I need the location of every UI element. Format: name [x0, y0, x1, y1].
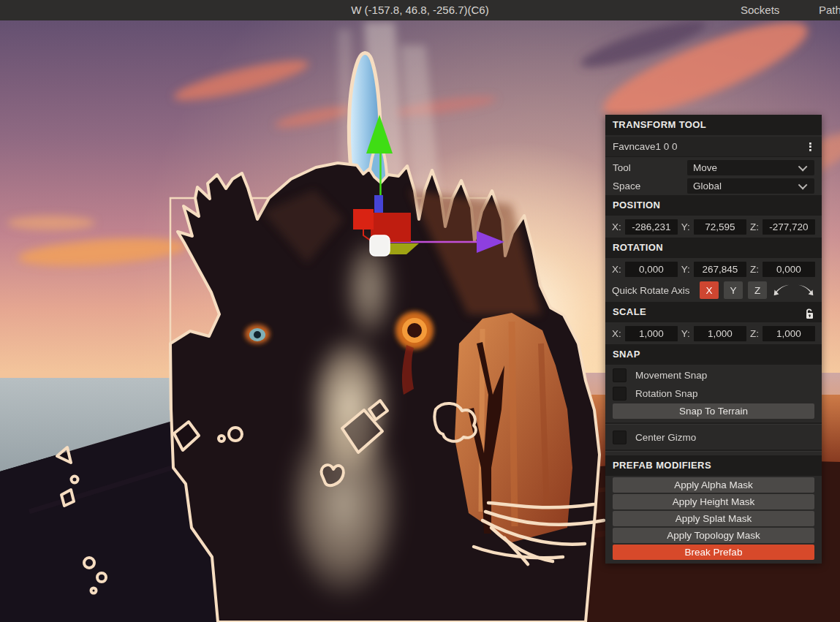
y-axis-label: Y:: [681, 328, 690, 339]
tool-row: Tool Move: [605, 159, 822, 176]
scale-header-label: SCALE: [613, 306, 646, 317]
snap-header: SNAP: [605, 344, 822, 365]
z-axis-label: Z:: [750, 328, 759, 339]
scale-z-field[interactable]: 1,000: [763, 326, 815, 341]
movement-snap-checkbox[interactable]: [613, 368, 627, 382]
quick-rotate-row: Quick Rotate Axis X Y Z: [605, 280, 822, 300]
editor-window: W (-157.8, 46.8, -256.7)(C6) Sockets Pat…: [0, 0, 840, 622]
divider: [605, 450, 822, 452]
center-gizmo-label: Center Gizmo: [635, 432, 696, 443]
lock-open-icon[interactable]: [804, 306, 815, 327]
quick-rotate-y-button[interactable]: Y: [724, 281, 743, 299]
selected-object-row: Favncave1 0 0 ⋮: [605, 137, 822, 157]
apply-splat-mask-button[interactable]: Apply Splat Mask: [613, 511, 814, 526]
rotate-clockwise-icon[interactable]: [796, 283, 815, 297]
center-gizmo-row: Center Gizmo: [605, 428, 822, 446]
scale-fields: X: 1,000 Y: 1,000 Z: 1,000: [605, 324, 822, 344]
top-bar: W (-157.8, 46.8, -256.7)(C6) Sockets Pat…: [0, 0, 840, 20]
rotation-snap-label: Rotation Snap: [635, 388, 698, 399]
world-coordinates-title: W (-157.8, 46.8, -256.7)(C6): [0, 0, 840, 20]
movement-snap-row: Movement Snap: [605, 366, 822, 384]
scale-x-field[interactable]: 1,000: [625, 326, 678, 341]
apply-height-mask-button[interactable]: Apply Height Mask: [613, 494, 814, 509]
space-row: Space Global: [605, 177, 822, 194]
break-prefab-button[interactable]: Break Prefab: [613, 545, 814, 560]
position-z-field[interactable]: -277,720: [763, 219, 815, 235]
gizmo-center-handle[interactable]: [370, 235, 390, 256]
quick-rotate-label: Quick Rotate Axis: [612, 285, 695, 296]
rotation-z-field[interactable]: 0,000: [763, 262, 815, 277]
tool-label: Tool: [613, 162, 687, 173]
y-axis-label: Y:: [681, 264, 690, 275]
position-header: POSITION: [605, 195, 822, 216]
prefab-modifiers-header: PREFAB MODIFIERS: [605, 455, 822, 476]
apply-topology-mask-button[interactable]: Apply Topology Mask: [613, 528, 814, 543]
movement-snap-label: Movement Snap: [635, 370, 707, 381]
panel-title: TRANSFORM TOOL: [605, 115, 822, 135]
apply-alpha-mask-button[interactable]: Apply Alpha Mask: [613, 477, 814, 493]
selected-object-name: Favncave1 0 0: [613, 137, 678, 156]
kebab-menu-icon[interactable]: ⋮: [805, 141, 816, 152]
position-y-field[interactable]: 72,595: [694, 219, 746, 235]
scale-y-field[interactable]: 1,000: [694, 326, 746, 341]
z-axis-label: Z:: [750, 221, 759, 232]
x-axis-label: X:: [612, 221, 621, 232]
rotation-y-field[interactable]: 267,845: [694, 262, 746, 277]
rotation-fields: X: 0,000 Y: 267,845 Z: 0,000: [605, 259, 822, 279]
rotate-counterclockwise-icon[interactable]: [772, 283, 791, 297]
rotation-snap-row: Rotation Snap: [605, 384, 822, 402]
monument-left-eye: [245, 325, 270, 344]
rotation-header: ROTATION: [605, 238, 822, 258]
gizmo-plane-handle-red[interactable]: [353, 209, 374, 230]
quick-rotate-z-button[interactable]: Z: [748, 281, 767, 299]
rotation-x-field[interactable]: 0,000: [625, 262, 678, 277]
quick-rotate-x-button[interactable]: X: [700, 281, 719, 299]
menu-item-sockets[interactable]: Sockets: [741, 0, 779, 20]
position-fields: X: -286,231 Y: 72,595 Z: -277,720: [605, 217, 822, 237]
tool-dropdown[interactable]: Move: [687, 160, 814, 175]
z-axis-label: Z:: [750, 264, 759, 275]
x-axis-label: X:: [612, 328, 621, 339]
space-label: Space: [613, 181, 687, 191]
y-axis-label: Y:: [681, 221, 690, 232]
transform-tool-panel: TRANSFORM TOOL Favncave1 0 0 ⋮ Tool Move…: [605, 115, 822, 564]
space-dropdown[interactable]: Global: [687, 178, 814, 194]
scale-header: SCALE: [605, 302, 822, 322]
space-dropdown-value: Global: [693, 181, 801, 191]
tool-dropdown-value: Move: [693, 162, 801, 173]
divider: [605, 422, 822, 425]
center-gizmo-checkbox[interactable]: [613, 431, 627, 444]
snap-to-terrain-button[interactable]: Snap To Terrain: [613, 403, 814, 419]
rotation-snap-checkbox[interactable]: [613, 387, 627, 401]
position-x-field[interactable]: -286,231: [625, 219, 678, 235]
menu-item-path[interactable]: Path: [819, 0, 840, 20]
x-axis-label: X:: [612, 264, 621, 275]
